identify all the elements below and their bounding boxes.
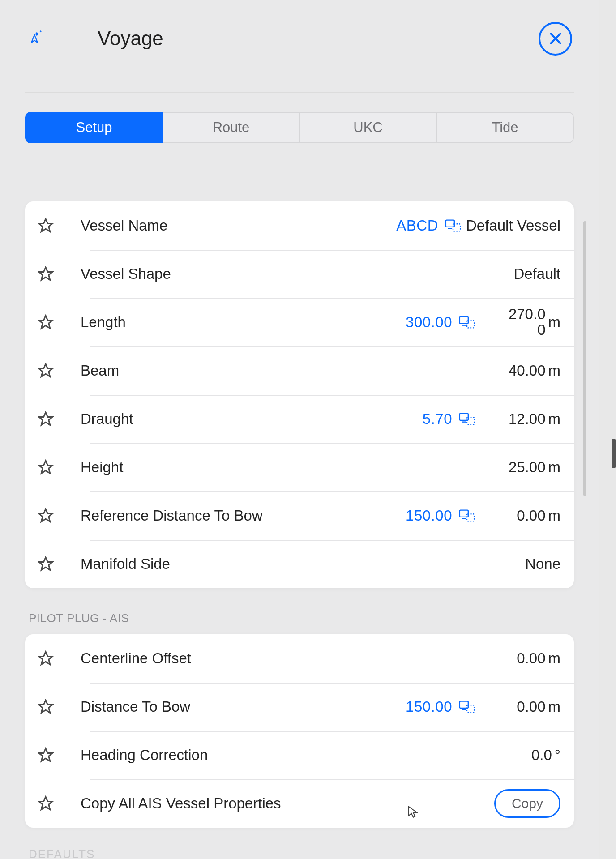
vessel-card: Vessel Name ABCD Default Vessel xyxy=(25,201,574,588)
svg-marker-28 xyxy=(39,797,52,810)
svg-rect-3 xyxy=(446,220,454,227)
row-vessel-shape[interactable]: Vessel Shape Default xyxy=(25,250,574,298)
row-label: Distance To Bow xyxy=(81,698,406,715)
ais-value[interactable]: 150.00 xyxy=(406,507,475,524)
pilot-card: Centerline Offset 0.00 m Distance To Bow… xyxy=(25,634,574,828)
row-label: Vessel Name xyxy=(81,217,396,234)
svg-marker-16 xyxy=(39,461,52,474)
voyage-modal: Voyage Setup Route UKC Tide Vessel Nam xyxy=(0,0,599,859)
row-dist-to-bow[interactable]: Distance To Bow 150.00 0.00 m xyxy=(25,683,574,731)
star-icon[interactable] xyxy=(38,508,56,524)
row-label: Centerline Offset xyxy=(81,650,480,667)
svg-marker-27 xyxy=(39,748,52,761)
row-vessel-name[interactable]: Vessel Name ABCD Default Vessel xyxy=(25,201,574,250)
ais-icon xyxy=(458,412,475,426)
row-value: 40.00 m xyxy=(480,362,560,379)
row-value: Default Vessel xyxy=(466,217,560,234)
ais-value[interactable]: ABCD xyxy=(396,217,462,234)
row-length[interactable]: Length 300.00 270.0 0 xyxy=(25,298,574,346)
star-icon[interactable] xyxy=(38,699,56,715)
row-beam[interactable]: Beam 40.00 m xyxy=(25,346,574,395)
tab-route[interactable]: Route xyxy=(163,112,300,143)
svg-rect-8 xyxy=(460,317,468,324)
row-value: None xyxy=(480,556,560,573)
ais-value[interactable]: 300.00 xyxy=(406,314,475,331)
close-button[interactable] xyxy=(539,22,572,56)
row-label: Vessel Shape xyxy=(81,265,480,282)
row-label: Beam xyxy=(81,362,480,379)
row-label: Draught xyxy=(81,410,423,427)
svg-marker-23 xyxy=(39,700,52,713)
row-value: 12.00 m xyxy=(480,410,560,427)
svg-marker-12 xyxy=(39,412,52,425)
ais-icon xyxy=(458,509,475,523)
row-heading-correction[interactable]: Heading Correction 0.0 ° xyxy=(25,731,574,779)
ais-value[interactable]: 150.00 xyxy=(406,698,475,715)
row-value: 270.0 0 m xyxy=(480,307,560,338)
svg-marker-6 xyxy=(39,267,52,280)
row-value: Default xyxy=(480,265,560,282)
voyage-spark-icon xyxy=(25,28,44,47)
copy-button[interactable]: Copy xyxy=(494,789,560,818)
row-label: Heading Correction xyxy=(81,747,480,764)
row-label: Height xyxy=(81,459,480,476)
tab-ukc[interactable]: UKC xyxy=(300,112,437,143)
star-icon[interactable] xyxy=(38,411,56,427)
star-icon[interactable] xyxy=(38,556,56,572)
row-label: Reference Distance To Bow xyxy=(81,507,406,524)
svg-marker-22 xyxy=(39,652,52,665)
header-divider xyxy=(25,92,574,93)
section-defaults: DEFAULTS xyxy=(29,847,574,859)
svg-marker-11 xyxy=(39,364,52,377)
row-copy-all: Copy All AIS Vessel Properties Copy xyxy=(25,779,574,828)
ais-value[interactable]: 5.70 xyxy=(423,410,475,427)
row-ref-dist-bow[interactable]: Reference Distance To Bow 150.00 0.00 m xyxy=(25,491,574,540)
panel-scroll-thumb[interactable] xyxy=(583,221,586,496)
star-icon[interactable] xyxy=(38,314,56,330)
star-icon[interactable] xyxy=(38,747,56,763)
modal-header: Voyage xyxy=(25,16,574,61)
ais-icon xyxy=(458,315,475,329)
row-value: 25.00 m xyxy=(480,459,560,476)
svg-marker-21 xyxy=(39,557,52,570)
row-draught[interactable]: Draught 5.70 12.00 m xyxy=(25,395,574,443)
star-icon[interactable] xyxy=(38,795,56,812)
row-manifold-side[interactable]: Manifold Side None xyxy=(25,540,574,588)
row-value: 0.00 m xyxy=(480,698,560,715)
row-value: 0.0 ° xyxy=(480,747,560,764)
ais-icon xyxy=(445,218,462,233)
modal-title: Voyage xyxy=(98,27,539,50)
row-value: 0.00 m xyxy=(480,650,560,667)
row-label: Copy All AIS Vessel Properties xyxy=(81,795,494,812)
row-value: 0.00 m xyxy=(480,507,560,524)
tab-tide[interactable]: Tide xyxy=(437,112,574,143)
svg-rect-24 xyxy=(460,701,468,708)
svg-rect-18 xyxy=(460,510,468,517)
tab-setup[interactable]: Setup xyxy=(25,112,163,143)
row-label: Manifold Side xyxy=(81,556,480,573)
star-icon[interactable] xyxy=(38,650,56,667)
section-pilot-plug: PILOT PLUG - AIS xyxy=(29,611,574,625)
star-icon[interactable] xyxy=(38,459,56,475)
tabs: Setup Route UKC Tide xyxy=(25,112,574,143)
row-centerline-offset[interactable]: Centerline Offset 0.00 m xyxy=(25,634,574,683)
star-icon[interactable] xyxy=(38,218,56,234)
row-label: Length xyxy=(81,314,406,331)
svg-marker-17 xyxy=(39,509,52,522)
svg-marker-2 xyxy=(39,219,52,232)
row-height[interactable]: Height 25.00 m xyxy=(25,443,574,491)
svg-rect-13 xyxy=(460,414,468,420)
ais-icon xyxy=(458,700,475,714)
svg-marker-7 xyxy=(39,316,52,329)
page-scroll-thumb[interactable] xyxy=(612,439,616,468)
star-icon[interactable] xyxy=(38,363,56,379)
star-icon[interactable] xyxy=(38,266,56,282)
